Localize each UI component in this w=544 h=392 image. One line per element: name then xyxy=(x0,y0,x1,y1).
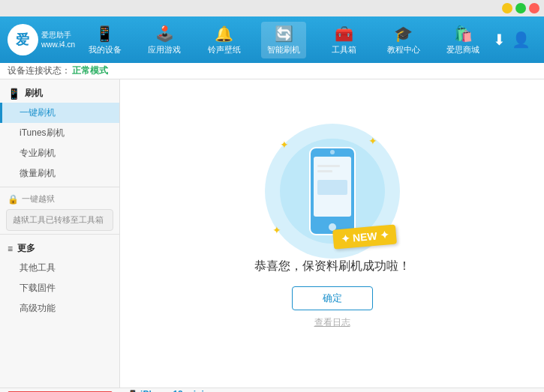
view-log-link[interactable]: 查看日志 xyxy=(314,316,350,329)
my-device-label: 我的设备 xyxy=(89,44,122,55)
bottom-bar: 自动检测 跳过向导 📱 iPhone 12 mini 64GB Down-12m… xyxy=(0,388,544,392)
nav-item-tutorial[interactable]: 🎓 教程中心 xyxy=(381,22,426,58)
device-status-value: 正常模式 xyxy=(72,64,108,77)
shop-icon: 🛍️ xyxy=(454,25,473,43)
logo-text: 爱思助手 www.i4.cn xyxy=(41,30,75,49)
sidebar-item-itunes-flash[interactable]: iTunes刷机 xyxy=(0,123,119,143)
device-name: iPhone 12 mini xyxy=(140,389,204,393)
apps-games-label: 应用游戏 xyxy=(148,44,181,55)
smart-flash-icon: 🔄 xyxy=(275,25,293,43)
device-info: 📱 iPhone 12 mini 64GB Down-12mini-13.1 xyxy=(128,389,213,393)
more-section-title: 更多 xyxy=(17,242,35,255)
jailbreak-label: 一键越狱 xyxy=(22,193,55,205)
main-container: 📱 刷机 一键刷机 iTunes刷机 专业刷机 微量刷机 🔒 一键越狱 越狱工具… xyxy=(0,79,544,388)
sidebar-item-save-flash[interactable]: 微量刷机 xyxy=(0,163,119,184)
phone-container: ✦ ✦ ✦ xyxy=(265,124,400,259)
sidebar-item-other-tools[interactable]: 其他工具 xyxy=(0,258,119,278)
logo[interactable]: 爱 爱思助手 www.i4.cn xyxy=(8,21,75,58)
nav-right: ⬇ 👤 xyxy=(493,31,536,49)
nav-item-shop[interactable]: 🛍️ 爱思商城 xyxy=(440,22,485,58)
flash-section-header: 📱 刷机 xyxy=(0,82,119,103)
sidebar-item-advanced[interactable]: 高级功能 xyxy=(0,298,119,319)
sidebar-divider-2 xyxy=(0,234,119,235)
sidebar-item-download-firmware[interactable]: 下载固件 xyxy=(0,278,119,298)
sparkle-1: ✦ xyxy=(280,139,289,151)
new-text: NEW xyxy=(352,229,377,244)
svg-rect-5 xyxy=(317,170,332,172)
jailbreak-header: 🔒 一键越狱 xyxy=(0,190,119,206)
shop-label: 爱思商城 xyxy=(446,44,479,55)
svg-rect-4 xyxy=(317,165,340,167)
logo-line1: 爱思助手 xyxy=(41,30,75,40)
maximize-button[interactable] xyxy=(515,3,526,13)
lock-icon: 🔒 xyxy=(8,194,19,205)
phone-illustration xyxy=(306,146,359,236)
svg-point-3 xyxy=(330,150,335,154)
header: 爱 爱思助手 www.i4.cn 📱 我的设备 🕹️ 应用游戏 🔔 铃声壁纸 🔄… xyxy=(0,16,544,63)
star-left: ✦ xyxy=(340,232,353,244)
success-text: 恭喜您，保资料刷机成功啦！ xyxy=(254,259,410,274)
logo-icon: 爱 xyxy=(16,31,29,49)
device-icon: 📱 xyxy=(128,390,138,393)
apps-games-icon: 🕹️ xyxy=(155,25,174,43)
device-status-label: 设备连接状态： xyxy=(8,64,71,77)
close-button[interactable] xyxy=(529,3,539,13)
user-icon[interactable]: 👤 xyxy=(512,31,530,49)
sparkle-3: ✦ xyxy=(272,224,281,236)
flash-section-title: 刷机 xyxy=(25,87,43,100)
tutorial-icon: 🎓 xyxy=(394,25,413,43)
more-section-header: ≡ 更多 xyxy=(0,238,119,258)
minimize-button[interactable] xyxy=(502,3,512,13)
my-device-icon: 📱 xyxy=(95,25,114,43)
logo-line2: www.i4.cn xyxy=(41,40,75,49)
ringtones-label: 铃声壁纸 xyxy=(208,44,241,55)
toolbox-label: 工具箱 xyxy=(332,44,356,55)
nav-item-ringtones[interactable]: 🔔 铃声壁纸 xyxy=(202,22,247,58)
device-status-bar: 设备连接状态： 正常模式 xyxy=(0,63,544,79)
download-icon[interactable]: ⬇ xyxy=(493,31,506,49)
nav-item-my-device[interactable]: 📱 我的设备 xyxy=(83,22,128,58)
nav-item-apps-games[interactable]: 🕹️ 应用游戏 xyxy=(142,22,187,58)
title-bar xyxy=(0,0,544,16)
star-right: ✦ xyxy=(380,229,389,241)
bottom-left: 自动检测 跳过向导 📱 iPhone 12 mini 64GB Down-12m… xyxy=(8,389,213,393)
sidebar-item-one-click-flash[interactable]: 一键刷机 xyxy=(0,103,119,123)
svg-rect-6 xyxy=(317,180,347,195)
nav-items: 📱 我的设备 🕹️ 应用游戏 🔔 铃声壁纸 🔄 智能刷机 🧰 工具箱 🎓 教程中… xyxy=(75,22,493,58)
tutorial-label: 教程中心 xyxy=(387,44,420,55)
notice-text: 越狱工具已转移至工具箱 xyxy=(13,215,104,224)
nav-item-smart-flash[interactable]: 🔄 智能刷机 xyxy=(261,22,306,58)
more-icon: ≡ xyxy=(8,244,13,254)
ringtones-icon: 🔔 xyxy=(215,25,233,43)
confirm-button[interactable]: 确定 xyxy=(292,286,373,310)
sidebar: 📱 刷机 一键刷机 iTunes刷机 专业刷机 微量刷机 🔒 一键越狱 越狱工具… xyxy=(0,79,120,388)
toolbox-icon: 🧰 xyxy=(335,25,353,43)
logo-circle: 爱 xyxy=(8,24,38,55)
sidebar-item-pro-flash[interactable]: 专业刷机 xyxy=(0,143,119,163)
sparkle-2: ✦ xyxy=(368,135,377,147)
flash-section-icon: 📱 xyxy=(8,88,20,100)
smart-flash-label: 智能刷机 xyxy=(267,44,300,55)
sidebar-notice: 越狱工具已转移至工具箱 xyxy=(6,209,113,231)
sidebar-divider-1 xyxy=(0,187,119,187)
nav-item-toolbox[interactable]: 🧰 工具箱 xyxy=(321,22,366,58)
illustration-area: ✦ ✦ ✦ xyxy=(254,124,410,329)
content-area: ✦ ✦ ✦ xyxy=(120,79,544,388)
